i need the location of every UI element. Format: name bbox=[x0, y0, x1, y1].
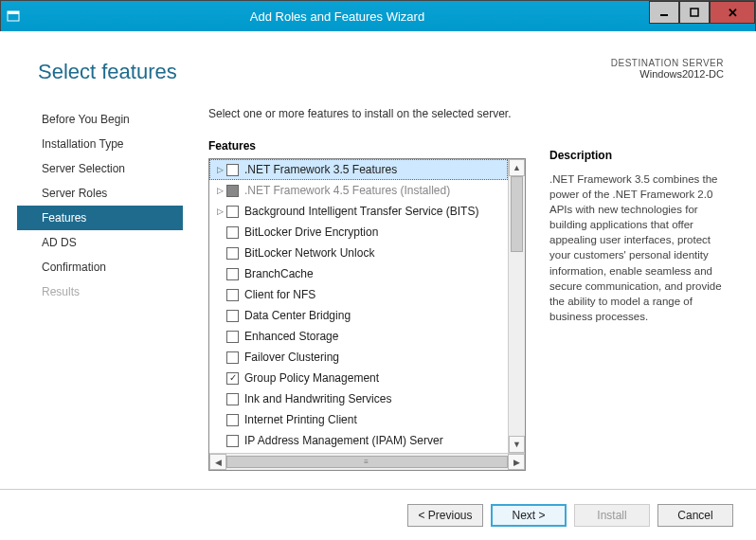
feature-checkbox[interactable] bbox=[226, 226, 239, 239]
feature-row[interactable]: BitLocker Network Unlock bbox=[209, 243, 508, 263]
feature-checkbox[interactable] bbox=[226, 414, 239, 426]
feature-label: Data Center Bridging bbox=[244, 309, 351, 322]
feature-checkbox[interactable] bbox=[226, 289, 239, 301]
horizontal-scrollbar[interactable]: ◀ ≡ ▶ bbox=[209, 453, 525, 470]
nav-item-confirmation[interactable]: Confirmation bbox=[17, 255, 183, 279]
feature-label: Client for NFS bbox=[244, 288, 315, 301]
feature-label: BitLocker Network Unlock bbox=[244, 246, 374, 260]
nav-item-before-you-begin[interactable]: Before You Begin bbox=[17, 107, 183, 132]
page-title: Select features bbox=[38, 60, 177, 84]
instruction-text: Select one or more features to install o… bbox=[208, 107, 729, 120]
feature-checkbox[interactable] bbox=[226, 310, 239, 322]
features-listbox[interactable]: ▷.NET Framework 3.5 Features▷.NET Framew… bbox=[208, 158, 526, 471]
feature-label: BranchCache bbox=[244, 267, 314, 280]
feature-label: .NET Framework 3.5 Features bbox=[244, 163, 397, 176]
feature-row[interactable]: ▷.NET Framework 4.5 Features (Installed) bbox=[209, 180, 508, 201]
feature-label: Internet Printing Client bbox=[244, 413, 357, 426]
destination-server-info: DESTINATION SERVER Windows2012-DC bbox=[611, 58, 724, 80]
feature-row[interactable]: Failover Clustering bbox=[209, 347, 508, 368]
feature-label: .NET Framework 4.5 Features (Installed) bbox=[244, 184, 450, 197]
feature-label: BitLocker Drive Encryption bbox=[244, 225, 378, 239]
wizard-footer: < Previous Next > Install Cancel bbox=[0, 489, 756, 540]
feature-checkbox[interactable] bbox=[226, 247, 239, 260]
scroll-left-button[interactable]: ◀ bbox=[209, 454, 226, 470]
close-button[interactable]: ✕ bbox=[710, 1, 755, 24]
feature-row[interactable]: Data Center Bridging bbox=[209, 305, 508, 326]
scroll-thumb-vertical[interactable] bbox=[511, 176, 523, 252]
feature-label: IP Address Management (IPAM) Server bbox=[244, 434, 443, 447]
feature-row[interactable]: ▷.NET Framework 3.5 Features bbox=[209, 159, 508, 180]
feature-checkbox[interactable] bbox=[226, 185, 239, 197]
svg-rect-3 bbox=[691, 9, 698, 16]
feature-label: Failover Clustering bbox=[244, 351, 339, 364]
next-button[interactable]: Next > bbox=[491, 504, 567, 527]
destination-value: Windows2012-DC bbox=[611, 68, 724, 80]
vertical-scrollbar[interactable]: ▲ ▼ bbox=[508, 159, 525, 453]
minimize-button[interactable] bbox=[649, 1, 679, 24]
nav-item-server-selection[interactable]: Server Selection bbox=[17, 156, 183, 181]
install-button[interactable]: Install bbox=[574, 504, 650, 527]
description-header: Description bbox=[549, 149, 728, 162]
previous-button[interactable]: < Previous bbox=[407, 504, 483, 527]
feature-row[interactable]: Group Policy Management bbox=[209, 368, 508, 388]
nav-item-server-roles[interactable]: Server Roles bbox=[17, 181, 183, 206]
feature-row[interactable]: Enhanced Storage bbox=[209, 326, 508, 347]
feature-label: Enhanced Storage bbox=[244, 330, 338, 343]
feature-row[interactable]: Client for NFS bbox=[209, 284, 508, 305]
feature-row[interactable]: BranchCache bbox=[209, 263, 508, 284]
feature-checkbox[interactable] bbox=[226, 206, 239, 218]
expand-icon[interactable]: ▷ bbox=[215, 165, 225, 174]
feature-row[interactable]: IP Address Management (IPAM) Server bbox=[209, 430, 508, 451]
description-panel: Description .NET Framework 3.5 combines … bbox=[549, 149, 728, 324]
maximize-button[interactable] bbox=[679, 1, 710, 24]
scroll-thumb-horizontal[interactable]: ≡ bbox=[226, 456, 508, 468]
feature-label: Group Policy Management bbox=[244, 371, 379, 385]
nav-item-installation-type[interactable]: Installation Type bbox=[17, 132, 183, 156]
window-controls: ✕ bbox=[649, 1, 755, 31]
nav-item-features[interactable]: Features bbox=[17, 206, 183, 230]
nav-item-ad-ds[interactable]: AD DS bbox=[17, 230, 183, 255]
feature-checkbox[interactable] bbox=[226, 164, 239, 176]
nav-item-results: Results bbox=[17, 279, 183, 304]
feature-row[interactable]: Ink and Handwriting Services bbox=[209, 388, 508, 409]
description-body: .NET Framework 3.5 combines the power of… bbox=[549, 171, 728, 324]
cancel-button[interactable]: Cancel bbox=[657, 504, 733, 527]
expand-icon[interactable]: ▷ bbox=[215, 207, 225, 216]
feature-label: Ink and Handwriting Services bbox=[244, 392, 391, 405]
feature-checkbox[interactable] bbox=[226, 351, 239, 364]
feature-checkbox[interactable] bbox=[226, 393, 239, 405]
system-menu-icon[interactable] bbox=[1, 1, 26, 31]
svg-rect-2 bbox=[660, 14, 668, 16]
scroll-right-button[interactable]: ▶ bbox=[508, 454, 525, 470]
feature-row[interactable]: ▷Background Intelligent Transfer Service… bbox=[209, 201, 508, 222]
expand-icon[interactable]: ▷ bbox=[215, 186, 225, 195]
window-title: Add Roles and Features Wizard bbox=[26, 9, 649, 24]
feature-row[interactable]: Internet Printing Client bbox=[209, 409, 508, 430]
scroll-down-button[interactable]: ▼ bbox=[509, 436, 525, 453]
feature-checkbox[interactable] bbox=[226, 331, 239, 343]
feature-label: Background Intelligent Transfer Service … bbox=[244, 205, 478, 218]
wizard-nav: Before You BeginInstallation TypeServer … bbox=[17, 107, 183, 304]
destination-label: DESTINATION SERVER bbox=[611, 58, 724, 68]
svg-rect-1 bbox=[8, 11, 19, 14]
title-bar[interactable]: Add Roles and Features Wizard ✕ bbox=[1, 1, 755, 31]
feature-checkbox[interactable] bbox=[226, 372, 239, 385]
feature-row[interactable]: BitLocker Drive Encryption bbox=[209, 222, 508, 243]
feature-checkbox[interactable] bbox=[226, 268, 239, 280]
scroll-up-button[interactable]: ▲ bbox=[509, 159, 525, 176]
feature-checkbox[interactable] bbox=[226, 435, 239, 447]
